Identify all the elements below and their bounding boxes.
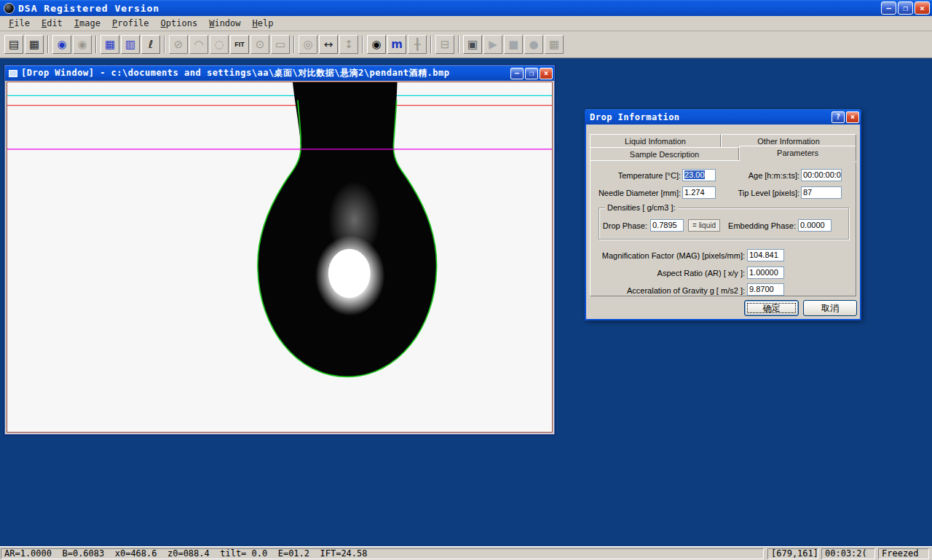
- result-table-button[interactable]: ▦: [100, 35, 119, 54]
- status-bar: AR=1.0000 B=0.6083 x0=468.6 z0=088.4 til…: [0, 546, 932, 560]
- sessile-drop-icon: ◉: [371, 39, 381, 50]
- mdi-area: [Drop Window] - c:\documents and setting…: [0, 58, 932, 546]
- laplace-fit-icon: ℓ: [149, 39, 153, 50]
- record-button[interactable]: ●: [524, 35, 543, 54]
- menu-item-image[interactable]: Image: [68, 17, 106, 30]
- circle-fit-button[interactable]: ⊙: [250, 35, 269, 54]
- ellipse-fit-button[interactable]: ▭: [271, 35, 290, 54]
- aspect-ratio-input[interactable]: 1.00000: [747, 267, 784, 279]
- needle-diameter-label: Needle Diameter [mm]:: [588, 189, 681, 198]
- tab-parameters[interactable]: Parameters: [739, 146, 856, 161]
- densities-legend: Densities [ g/cm3 ]:: [605, 203, 678, 212]
- drop-window-titlebar[interactable]: [Drop Window] - c:\documents and setting…: [5, 66, 554, 81]
- densities-group: Densities [ g/cm3 ]: Drop Phase: 0.7895 …: [599, 208, 849, 240]
- live-video-button[interactable]: ◉: [52, 35, 71, 54]
- tab-sample-description[interactable]: Sample Description: [590, 147, 739, 161]
- magnification-label: Magnification Factor (MAG) [pixels/mm]:: [588, 251, 745, 261]
- toolbar-separator: [430, 36, 432, 53]
- toolbar-separator: [362, 36, 363, 53]
- drop-phase-input[interactable]: 0.7895: [650, 219, 684, 232]
- stop-button[interactable]: ■: [504, 35, 523, 54]
- frame-sequence-icon: ▦: [549, 39, 559, 50]
- laplace-fit-button[interactable]: ℓ: [141, 35, 160, 54]
- temperature-input[interactable]: 23.00: [682, 169, 716, 181]
- fit-icon: FIT: [234, 41, 245, 48]
- drop-window: [Drop Window] - c:\documents and setting…: [4, 64, 556, 435]
- drop-window-maximize-button[interactable]: ❐: [525, 68, 538, 79]
- sessile-drop-button[interactable]: ◉: [367, 35, 386, 54]
- frame-sequence-button[interactable]: ▦: [545, 35, 564, 54]
- dialog-titlebar[interactable]: Drop Information ? ×: [585, 109, 861, 125]
- chart-button[interactable]: ▥: [121, 35, 140, 54]
- magnification-input[interactable]: 104.841: [747, 249, 784, 261]
- toolbar: ▤▦◉◉▦▥ℓ⊘◠◌FIT⊙▭◎↔↕◉m╂⊟▣▶■●▦: [0, 31, 932, 58]
- freeze-image-icon: ◉: [77, 39, 87, 50]
- cancel-button[interactable]: 取消: [803, 300, 857, 316]
- chart-icon: ▥: [125, 39, 135, 50]
- width-measure-button[interactable]: ↔: [319, 35, 338, 54]
- result-table-icon: ▦: [105, 39, 115, 50]
- tab-liquid-information[interactable]: Liquid Infomation: [590, 134, 721, 148]
- menu-item-window[interactable]: Window: [203, 17, 246, 30]
- menu-bar: FileEditImageProfileOptionsWindowHelp: [0, 16, 932, 31]
- tip-level-label: Tip Level [pixels]:: [734, 189, 799, 198]
- live-video-icon: ◉: [57, 39, 66, 50]
- gravity-input[interactable]: 9.8700: [747, 283, 784, 296]
- pendant-drop-button[interactable]: m: [387, 35, 406, 54]
- play-button[interactable]: ▶: [483, 35, 502, 54]
- print-icon: ⊟: [441, 39, 450, 50]
- toolbar-separator: [95, 36, 97, 53]
- menu-item-file[interactable]: File: [3, 17, 36, 30]
- drop-window-minimize-button[interactable]: –: [510, 68, 524, 79]
- open-image-button[interactable]: ▤: [4, 35, 23, 54]
- tip-level-input[interactable]: 87: [801, 186, 842, 199]
- print-button[interactable]: ⊟: [435, 35, 454, 54]
- embedding-phase-input[interactable]: 0.0000: [798, 219, 832, 232]
- circle-fit-icon: ⊙: [256, 39, 265, 50]
- close-button[interactable]: ×: [915, 1, 930, 15]
- save-image-icon: ▦: [29, 39, 39, 50]
- gravity-label: Acceralation of Gravity g [ m/s2 ]:: [588, 286, 745, 296]
- needle-icon: ╂: [414, 39, 420, 50]
- dialog-close-button[interactable]: ×: [846, 111, 859, 123]
- camera-settings-icon: ▣: [467, 39, 478, 50]
- tangent-method-icon: ◠: [194, 39, 203, 50]
- temperature-label: Temperature [°C]:: [588, 171, 681, 181]
- ellipse-fit-icon: ▭: [275, 39, 285, 50]
- camera-settings-button[interactable]: ▣: [463, 35, 482, 54]
- restore-button[interactable]: ❐: [898, 1, 913, 15]
- app-titlebar: DSA Registered Version – ❐ ×: [0, 0, 932, 16]
- circle-method-icon: ⊘: [174, 39, 183, 50]
- save-image-button[interactable]: ▦: [25, 35, 44, 54]
- dialog-body: Liquid Infomation Other Information Samp…: [586, 125, 860, 319]
- minimize-button[interactable]: –: [881, 1, 896, 15]
- menu-item-help[interactable]: Help: [247, 17, 280, 30]
- dialog-help-button[interactable]: ?: [832, 111, 845, 123]
- zoom-lens-button[interactable]: ◎: [299, 35, 317, 54]
- drop-phase-label: Drop Phase:: [602, 221, 647, 231]
- tangent-method-button[interactable]: ◠: [189, 35, 208, 54]
- toolbar-separator: [164, 36, 165, 53]
- pendant-drop-image: [7, 82, 553, 433]
- liquid-preset-button[interactable]: = liquid: [688, 219, 720, 232]
- width-measure-icon: ↔: [324, 39, 333, 50]
- menu-item-options[interactable]: Options: [155, 17, 204, 30]
- circle-method-button[interactable]: ⊘: [169, 35, 188, 54]
- height-width-method-button[interactable]: ◌: [210, 35, 229, 54]
- toolbar-separator: [293, 36, 295, 53]
- needle-diameter-input[interactable]: 1.274: [682, 186, 716, 199]
- toolbar-separator: [47, 36, 49, 53]
- fit-button[interactable]: FIT: [230, 35, 249, 54]
- open-image-icon: ▤: [9, 39, 19, 50]
- needle-button[interactable]: ╂: [408, 35, 427, 54]
- app-title: DSA Registered Version: [18, 3, 880, 14]
- freeze-image-button[interactable]: ◉: [73, 35, 92, 54]
- baseline-button[interactable]: ↕: [339, 35, 358, 54]
- ok-button[interactable]: 确定: [744, 300, 799, 316]
- status-pixel-info: [679,161]: 255: [767, 548, 818, 559]
- age-input[interactable]: 00:00:00:0: [801, 169, 842, 181]
- window-controls: – ❐ ×: [880, 1, 930, 15]
- drop-window-close-button[interactable]: ×: [540, 68, 553, 79]
- menu-item-profile[interactable]: Profile: [106, 17, 155, 30]
- menu-item-edit[interactable]: Edit: [36, 17, 68, 30]
